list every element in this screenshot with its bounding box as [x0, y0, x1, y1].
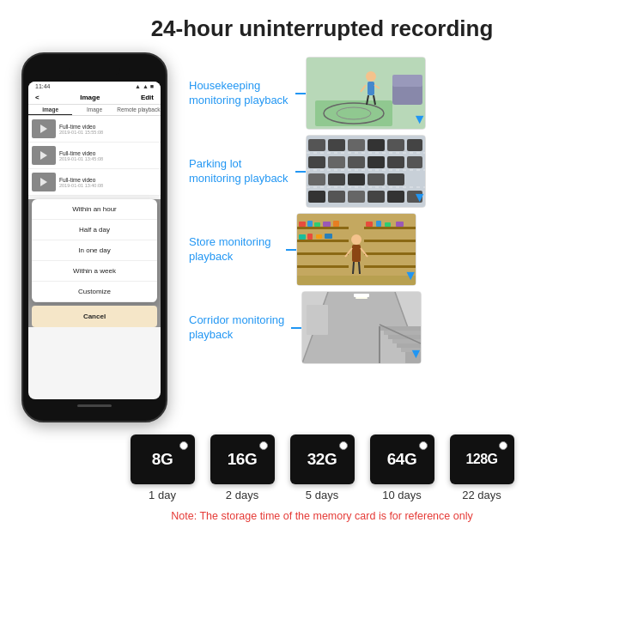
memory-cards-row: 8G 1 day 16G 2 days 32G 5 days 64G 10 da… [131, 434, 514, 501]
svg-rect-29 [328, 173, 345, 185]
play-icon-1 [40, 125, 47, 133]
svg-rect-24 [348, 156, 365, 168]
svg-rect-61 [396, 222, 404, 227]
phone-video-item-2[interactable]: Full-time video 2019-01-01 13:45:08 [28, 143, 161, 169]
dropdown-item-4[interactable]: Within a week [32, 261, 157, 282]
svg-line-67 [359, 262, 360, 274]
svg-rect-46 [307, 221, 313, 227]
video-time-3: 2019-01-01 13:40:08 [59, 183, 103, 188]
sd-card-days-3: 5 days [306, 489, 338, 501]
svg-rect-55 [364, 240, 416, 242]
phone-header: < Image Edit [28, 91, 161, 105]
monitor-item-2: Parking lotmonitoring playback [189, 135, 635, 208]
monitor-img-3: ▼ [296, 213, 416, 286]
svg-rect-54 [364, 227, 416, 229]
svg-rect-5 [368, 82, 374, 95]
monitor-arrow-2: ▼ [413, 190, 426, 205]
svg-rect-35 [348, 191, 365, 203]
dropdown-item-2[interactable]: Half a day [32, 220, 157, 240]
svg-rect-41 [297, 227, 349, 229]
svg-point-62 [351, 234, 361, 245]
dropdown-item-5[interactable]: Customize [32, 282, 157, 302]
svg-rect-17 [328, 139, 345, 151]
svg-rect-85 [307, 305, 328, 335]
monitor-label-2: Parking lotmonitoring playback [189, 157, 289, 186]
play-icon-3 [40, 178, 47, 186]
phone-status-bar: 11:44 ▲ ▲ ■ [28, 82, 161, 91]
memory-note: Note: The storage time of the memory car… [171, 510, 472, 522]
svg-rect-73 [354, 294, 369, 297]
play-icon-2 [40, 151, 47, 160]
phone-header-title: Image [80, 94, 100, 101]
svg-line-66 [353, 262, 354, 274]
video-thumb-2 [32, 146, 56, 165]
phone-icons: ▲ ▲ ■ [135, 83, 154, 89]
monitor-img-4: ▼ [301, 291, 422, 364]
memory-card-item-2: 16G 2 days [210, 434, 275, 501]
svg-rect-34 [328, 191, 345, 203]
svg-rect-16 [308, 139, 325, 151]
svg-rect-52 [316, 234, 322, 239]
monitor-item-4: Corridor monitoringplayback [189, 291, 635, 364]
sd-card-2: 16G [210, 434, 275, 484]
svg-rect-74 [355, 297, 368, 299]
svg-point-4 [366, 71, 376, 82]
sd-card-days-2: 2 days [226, 489, 258, 501]
svg-rect-26 [387, 156, 404, 168]
video-title-3: Full-time video [59, 177, 103, 183]
svg-rect-56 [364, 252, 416, 255]
monitor-arrow-1: ▼ [413, 112, 426, 127]
svg-rect-37 [387, 191, 404, 203]
sd-card-label-1: 8G [152, 450, 173, 469]
monitor-img-2: ▼ [306, 135, 426, 208]
svg-rect-60 [385, 222, 391, 227]
sd-card-label-3: 32G [307, 450, 337, 469]
phone-time: 11:44 [35, 83, 51, 89]
svg-rect-18 [348, 139, 365, 151]
video-thumb-1 [32, 119, 56, 138]
monitor-item-3: Store monitoringplayback [189, 213, 635, 286]
svg-rect-42 [297, 240, 349, 242]
phone-tab-image2[interactable]: Image [72, 105, 116, 115]
video-title-1: Full-time video [59, 124, 103, 130]
monitor-arrow-3: ▼ [404, 268, 416, 283]
memory-card-item-4: 64G 10 days [370, 434, 434, 501]
video-time-2: 2019-01-01 13:45:08 [59, 156, 103, 161]
phone-video-item-1[interactable]: Full-time video 2019-01-01 15:55:08 [28, 116, 161, 143]
svg-rect-58 [366, 222, 373, 227]
dropdown-item-1[interactable]: Within an hour [32, 199, 157, 220]
monitor-label-1: Housekeepingmonitoring playback [189, 79, 289, 108]
svg-rect-22 [308, 156, 325, 168]
phone-tab-image1[interactable]: image [28, 105, 72, 115]
video-thumb-3 [32, 173, 56, 191]
memory-card-item-1: 8G 1 day [131, 434, 195, 501]
sd-card-4: 64G [370, 434, 434, 484]
dropdown-cancel-button[interactable]: Cancel [32, 306, 157, 327]
svg-rect-33 [308, 191, 325, 203]
sd-card-5: 128G [450, 434, 514, 484]
phone-video-item-3[interactable]: Full-time video 2019-01-01 13:40:08 [28, 169, 161, 196]
phone-home-indicator [77, 404, 112, 407]
svg-rect-51 [307, 234, 313, 240]
svg-rect-23 [328, 156, 345, 168]
sd-card-days-1: 1 day [149, 489, 176, 501]
phone-mockup: 11:44 ▲ ▲ ■ < Image Edit image Image Rem… [9, 52, 180, 422]
dropdown-item-3[interactable]: In one day [32, 240, 157, 261]
phone-edit: Edit [141, 94, 154, 101]
memory-section: 8G 1 day 16G 2 days 32G 5 days 64G 10 da… [0, 434, 644, 522]
svg-rect-31 [368, 173, 385, 185]
svg-rect-19 [368, 139, 385, 151]
sd-card-label-5: 128G [465, 452, 497, 467]
memory-card-item-3: 32G 5 days [290, 434, 355, 501]
phone-tab-remote[interactable]: Remote playback [117, 105, 161, 115]
svg-rect-59 [376, 221, 381, 227]
sd-card-days-4: 10 days [382, 489, 422, 501]
svg-rect-63 [352, 245, 361, 262]
phone-video-list: Full-time video 2019-01-01 15:55:08 Full… [28, 116, 161, 196]
phone-tabs: image Image Remote playback [28, 105, 161, 116]
svg-rect-1 [315, 100, 392, 126]
phone-screen: 11:44 ▲ ▲ ■ < Image Edit image Image Rem… [28, 82, 161, 399]
svg-rect-45 [299, 222, 306, 227]
sd-card-label-4: 64G [387, 450, 416, 469]
sd-card-3: 32G [290, 434, 355, 484]
